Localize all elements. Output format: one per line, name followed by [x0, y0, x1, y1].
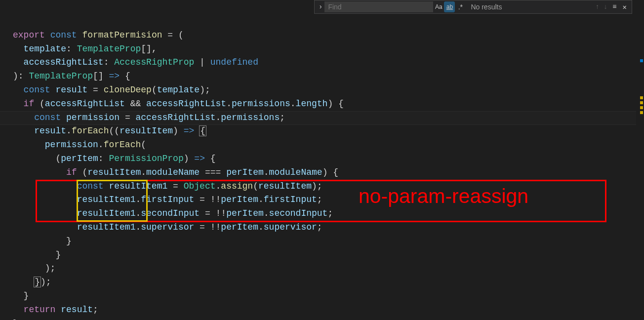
- matched-bracket: {: [199, 125, 206, 136]
- code-line: accessRightList: AccessRightProp | undef…: [13, 57, 258, 67]
- code-line: const permission = accessRightList.permi…: [13, 113, 285, 122]
- scrollbar-marker: [640, 111, 643, 114]
- use-regex-button[interactable]: .*: [455, 1, 466, 12]
- code-line: template: TemplateProp[],: [13, 44, 157, 54]
- code-line: (perItem: PermissionProp) => {: [13, 154, 216, 163]
- code-line: resultItem1.secondInput = !!perItem.seco…: [13, 208, 333, 218]
- code-line: }: [13, 250, 61, 260]
- code-line: );: [13, 263, 55, 273]
- code-line: permission.forEach(: [13, 140, 146, 150]
- code-line: ): TemplateProp[] => {: [13, 71, 130, 81]
- find-widget[interactable]: › Aa ab .* No results ↑ ↓ ≡ ✕: [314, 0, 632, 14]
- next-match-icon[interactable]: ↓: [602, 3, 609, 11]
- matched-bracket: }: [34, 277, 41, 287]
- previous-match-icon[interactable]: ↑: [593, 3, 601, 11]
- code-line: result.forEach((resultItem) => {: [13, 126, 206, 136]
- scrollbar-marker: [640, 59, 643, 62]
- match-case-button[interactable]: Aa: [433, 1, 444, 12]
- code-line: resultItem1.supervisor = !!perItem.super…: [13, 222, 322, 232]
- find-in-selection-icon[interactable]: ≡: [609, 3, 619, 11]
- code-line: export const formatPermision = (: [13, 30, 184, 40]
- scrollbar-marker: [640, 96, 643, 99]
- scrollbar-marker: [640, 101, 643, 104]
- code-line: return result;: [13, 305, 98, 315]
- code-line: }: [13, 291, 29, 301]
- code-line: }: [13, 236, 72, 246]
- code-line: const resultItem1 = Object.assign(result…: [13, 181, 322, 191]
- find-results-count: No results: [466, 3, 507, 11]
- code-line: if (resultItem.moduleName === perItem.mo…: [13, 167, 338, 177]
- code-line: };: [13, 319, 24, 320]
- code-line: resultItem1.firstInput = !!perItem.first…: [13, 195, 322, 204]
- editor-scrollbar[interactable]: [636, 0, 644, 320]
- expand-replace-icon[interactable]: ›: [317, 3, 324, 11]
- code-line: const result = cloneDeep(template);: [13, 85, 210, 95]
- close-find-icon[interactable]: ✕: [620, 3, 630, 11]
- code-editor[interactable]: export const formatPermision = ( templat…: [0, 0, 644, 320]
- match-whole-word-button[interactable]: ab: [444, 1, 455, 12]
- scrollbar-marker: [640, 106, 643, 109]
- find-input[interactable]: [324, 1, 433, 12]
- code-line: if (accessRightList && accessRightList.p…: [13, 99, 344, 109]
- code-line: });: [13, 277, 51, 287]
